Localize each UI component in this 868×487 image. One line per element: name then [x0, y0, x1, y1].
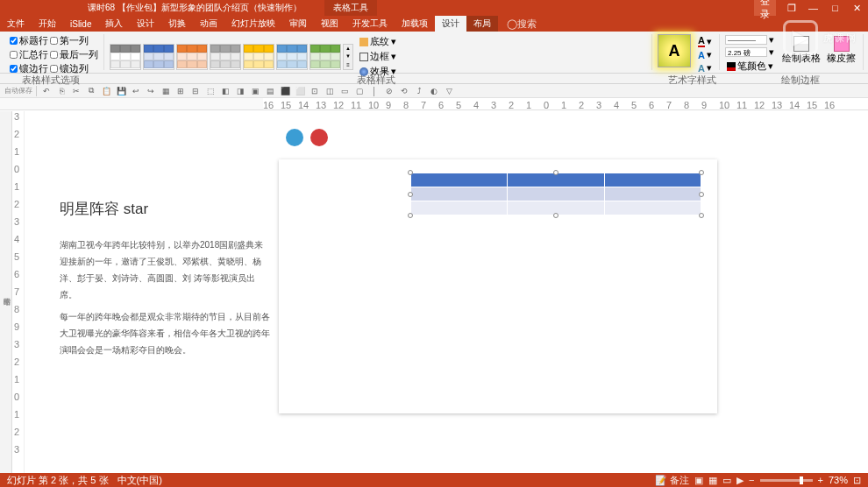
check-first-col[interactable]: 第一列	[50, 34, 89, 47]
qat-button-7[interactable]: ↪	[145, 85, 157, 97]
check-header-row[interactable]: 标题行	[10, 34, 48, 47]
qat-button-11[interactable]: ⬚	[204, 85, 217, 97]
login-button[interactable]: 登录	[754, 0, 776, 16]
selection-handle[interactable]	[408, 213, 413, 218]
qat-button-24[interactable]: ⟲	[398, 85, 410, 97]
selection-handle[interactable]	[699, 170, 704, 175]
search-box[interactable]: ◯ 搜索	[507, 18, 537, 31]
text-outline-button[interactable]: A ▾	[696, 48, 714, 61]
table-object[interactable]	[410, 173, 701, 215]
qat-button-22[interactable]: │	[368, 85, 381, 97]
qat-button-4[interactable]: 📋	[100, 85, 112, 97]
eraser-button[interactable]: 橡皮擦	[825, 34, 857, 67]
qat-button-3[interactable]: ⧉	[85, 85, 97, 97]
tab-transitions[interactable]: 切换	[161, 16, 193, 32]
draw-table-button[interactable]: 绘制表格	[780, 34, 822, 67]
qat-button-21[interactable]: ▢	[353, 85, 366, 97]
tab-islide[interactable]: iSlide	[63, 16, 98, 32]
tab-file[interactable]: 文件	[0, 16, 32, 32]
table-style-thumb[interactable]	[276, 44, 308, 70]
qat-button-18[interactable]: ⊡	[309, 85, 321, 97]
text-effects-button[interactable]: A ▾	[696, 61, 714, 74]
dot-blue	[286, 129, 303, 146]
qat-button-27[interactable]: ▽	[443, 85, 455, 97]
tab-insert[interactable]: 插入	[98, 16, 130, 32]
table-style-thumb[interactable]	[243, 44, 274, 70]
qat-button-9[interactable]: ⊞	[174, 85, 187, 97]
qat-button-8[interactable]: ▦	[160, 85, 172, 97]
qat-button-14[interactable]: ▣	[249, 85, 261, 97]
tab-view[interactable]: 视图	[314, 16, 345, 32]
qat-button-23[interactable]: ⊘	[383, 85, 395, 97]
thumbnail-panel-collapsed[interactable]: 缩略图	[0, 111, 12, 473]
zoom-in-button[interactable]: +	[818, 475, 823, 485]
notes-button[interactable]: 📝 备注	[655, 474, 689, 487]
qat-button-2[interactable]: ✂	[70, 85, 82, 97]
selection-handle[interactable]	[408, 170, 413, 175]
table-style-thumb[interactable]	[309, 44, 341, 70]
window-close-icon[interactable]: ✕	[846, 0, 868, 16]
pen-color-button[interactable]: 笔颜色 ▾	[725, 59, 775, 74]
language-indicator[interactable]: 中文(中国)	[117, 474, 162, 487]
table-style-thumb[interactable]	[110, 44, 141, 70]
qat-button-5[interactable]: 💾	[115, 85, 127, 97]
pen-style-select[interactable]: ————	[725, 35, 767, 45]
qat-button-19[interactable]: ◫	[324, 85, 336, 97]
pen-weight-select[interactable]: 2.25 磅	[725, 47, 767, 57]
tab-addins[interactable]: 加载项	[395, 16, 435, 32]
window-restore-icon[interactable]: ❐	[780, 0, 802, 16]
qat-button-1[interactable]: ⎘	[55, 85, 68, 97]
selection-handle[interactable]	[553, 213, 559, 218]
window-minimize-icon[interactable]: —	[802, 0, 824, 16]
zoom-slider[interactable]	[760, 479, 813, 482]
selection-handle[interactable]	[699, 213, 704, 218]
tab-animations[interactable]: 动画	[193, 16, 224, 32]
tab-review[interactable]: 审阅	[282, 16, 314, 32]
tab-table-design[interactable]: 设计	[435, 16, 466, 32]
qat-button-12[interactable]: ◧	[219, 85, 231, 97]
quick-styles-button[interactable]: A	[658, 34, 691, 67]
tab-table-layout[interactable]: 布局	[466, 16, 498, 32]
qat-button-10[interactable]: ⊟	[189, 85, 202, 97]
check-banded-col[interactable]: 镶边列	[50, 62, 89, 75]
view-reading-icon[interactable]: ▭	[722, 475, 731, 486]
selection-handle[interactable]	[553, 170, 559, 175]
tab-design[interactable]: 设计	[130, 16, 161, 32]
tab-developer[interactable]: 开发工具	[345, 16, 395, 32]
selection-handle[interactable]	[699, 192, 704, 197]
qat-button-20[interactable]: ▭	[338, 85, 351, 97]
text-fill-button[interactable]: A ▾	[696, 34, 714, 48]
table-tools-tab[interactable]: 表格工具	[324, 0, 377, 16]
borders-button[interactable]: 边框 ▾	[358, 49, 398, 64]
check-last-col[interactable]: 最后一列	[50, 48, 98, 61]
table-style-thumb[interactable]	[143, 44, 174, 70]
qat-button-0[interactable]: ↶	[40, 85, 53, 97]
check-banded-row[interactable]: 镶边行	[10, 62, 48, 75]
view-normal-icon[interactable]: ▣	[694, 475, 703, 486]
selection-handle[interactable]	[408, 192, 413, 197]
ruler-tick: 6	[438, 100, 444, 110]
table-style-thumb[interactable]	[176, 44, 208, 70]
qat-button-15[interactable]: ▤	[264, 85, 276, 97]
qat-button-6[interactable]: ↩	[130, 85, 142, 97]
qat-button-25[interactable]: ⤴	[413, 85, 425, 97]
shading-button[interactable]: 底纹 ▾	[358, 34, 398, 49]
tab-slideshow[interactable]: 幻灯片放映	[224, 16, 282, 32]
table-style-thumb[interactable]	[210, 44, 241, 70]
qat-button-26[interactable]: ◐	[428, 85, 440, 97]
zoom-out-button[interactable]: −	[749, 475, 754, 485]
view-sorter-icon[interactable]: ▦	[708, 475, 717, 486]
fit-window-button[interactable]: ⊡	[853, 475, 861, 486]
view-slideshow-icon[interactable]: ▶	[736, 475, 743, 486]
qat-button-16[interactable]: ⬛	[279, 85, 291, 97]
zoom-percent[interactable]: 73%	[829, 475, 848, 485]
effects-button[interactable]: 效果 ▾	[358, 64, 398, 79]
qat-button-13[interactable]: ◨	[234, 85, 246, 97]
qat-button-17[interactable]: ⬜	[294, 85, 306, 97]
ruler-tick: 14	[789, 100, 800, 110]
slide-canvas[interactable]: 明星阵容 star 湖南卫视今年跨年比较特别，以举办2018国剧盛典来迎接新的一…	[25, 111, 868, 473]
gallery-expand-button[interactable]: ▲▼≡	[343, 44, 353, 70]
tab-home[interactable]: 开始	[32, 16, 63, 32]
check-total-row[interactable]: 汇总行	[10, 48, 48, 61]
window-maximize-icon[interactable]: □	[824, 0, 846, 16]
